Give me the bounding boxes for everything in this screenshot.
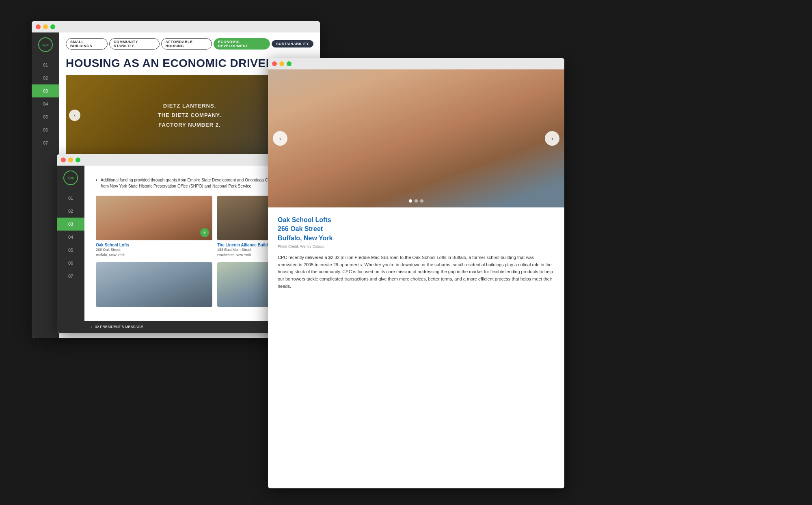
carousel-dot-2 bbox=[415, 199, 418, 203]
detail-carousel-next[interactable]: › bbox=[545, 131, 559, 146]
detail-property-street: 266 Oak Street bbox=[278, 224, 555, 233]
titlebar-right bbox=[268, 58, 564, 69]
property-card-3 bbox=[96, 262, 212, 307]
sidebar-item-02[interactable]: 02 bbox=[32, 71, 59, 84]
sidebar-item-01[interactable]: 01 bbox=[32, 58, 59, 71]
pill-economic-development[interactable]: ECONOMIC DEVELOPMENT bbox=[214, 38, 270, 50]
close-dot[interactable] bbox=[36, 24, 41, 29]
add-oak-btn[interactable]: + bbox=[200, 228, 209, 237]
detail-property-city: Buffalo, New York bbox=[278, 234, 555, 243]
maximize-dot[interactable] bbox=[50, 24, 55, 29]
sidebar-item-06[interactable]: 06 bbox=[32, 123, 59, 136]
carousel-dot-3 bbox=[420, 199, 423, 203]
pill-sustainability[interactable]: SUSTAINABILITY bbox=[272, 40, 313, 47]
oak-name: Oak School Lofts bbox=[96, 243, 212, 247]
sidebar-mid-06[interactable]: 06 bbox=[57, 257, 84, 270]
building-sign: DIETZ LANTERNS. THE DIETZ COMPANY. FACTO… bbox=[158, 101, 221, 129]
logo-back: cpc bbox=[38, 37, 53, 52]
nav-prev[interactable]: ‹ 02 PRESIDENT'S MESSAGE bbox=[91, 324, 143, 329]
prev-arrow-icon: ‹ bbox=[91, 324, 93, 329]
sidebar-item-05[interactable]: 05 bbox=[32, 110, 59, 123]
minimize-dot[interactable] bbox=[43, 24, 48, 29]
window-right: × ‹ › Oak School Lofts 266 Oak Street Bu… bbox=[268, 58, 564, 488]
pill-affordable-housing[interactable]: AFFORDABLE HOUSING bbox=[161, 38, 212, 50]
maximize-dot-mid[interactable] bbox=[76, 158, 80, 162]
logo-mid: cpc bbox=[63, 170, 78, 185]
hero-carousel-prev[interactable]: ‹ bbox=[69, 110, 80, 121]
sidebar-item-07[interactable]: 07 bbox=[32, 136, 59, 149]
right-content: × ‹ › Oak School Lofts 266 Oak Street Bu… bbox=[268, 69, 564, 298]
property-img-3 bbox=[96, 262, 212, 307]
sidebar-nav-back: 01 02 03 04 05 06 07 bbox=[32, 58, 59, 149]
carousel-dots bbox=[409, 199, 423, 203]
close-dot-right[interactable] bbox=[272, 61, 277, 66]
minimize-dot-right[interactable] bbox=[279, 61, 284, 66]
maximize-dot-right[interactable] bbox=[287, 61, 292, 66]
sidebar-mid-04[interactable]: 04 bbox=[57, 231, 84, 244]
detail-description: CPC recently delivered a $2.32 million F… bbox=[278, 254, 555, 290]
pill-community-stability[interactable]: COMMUNITY STABILITY bbox=[109, 38, 160, 50]
detail-photo-credit: Photo Credit: Wendy Colucci bbox=[278, 244, 555, 248]
sidebar-back: cpc 01 02 03 04 05 06 07 bbox=[32, 32, 59, 338]
minimize-dot-mid[interactable] bbox=[68, 158, 73, 162]
detail-carousel-prev[interactable]: ‹ bbox=[273, 131, 287, 146]
detail-info: Oak School Lofts 266 Oak Street Buffalo,… bbox=[268, 207, 564, 298]
property-img-oak: + bbox=[96, 196, 212, 240]
carousel-dot-1 bbox=[409, 199, 412, 203]
titlebar-back bbox=[32, 21, 320, 32]
sidebar-mid: cpc 01 02 03 04 05 06 07 bbox=[57, 166, 84, 333]
property-card-oak: + Oak School Lofts 266 Oak Street Buffal… bbox=[96, 196, 212, 257]
close-dot-mid[interactable] bbox=[61, 158, 66, 162]
sidebar-mid-03[interactable]: 03 bbox=[57, 218, 84, 231]
sidebar-item-03[interactable]: 03 bbox=[32, 84, 59, 97]
oak-city: Buffalo, New York bbox=[96, 252, 212, 258]
sidebar-item-04[interactable]: 04 bbox=[32, 97, 59, 110]
detail-image: ‹ › bbox=[268, 69, 564, 207]
nav-prev-label: 02 PRESIDENT'S MESSAGE bbox=[95, 325, 143, 329]
sidebar-mid-07[interactable]: 07 bbox=[57, 270, 84, 283]
sidebar-mid-02[interactable]: 02 bbox=[57, 205, 84, 218]
sidebar-mid-05[interactable]: 05 bbox=[57, 244, 84, 257]
nav-pills: SMALL BUILDINGS COMMUNITY STABILITY AFFO… bbox=[59, 32, 320, 54]
sidebar-nav-mid: 01 02 03 04 05 06 07 bbox=[57, 192, 84, 283]
detail-property-name: Oak School Lofts bbox=[278, 216, 555, 224]
sidebar-mid-01[interactable]: 01 bbox=[57, 192, 84, 205]
oak-street: 266 Oak Street bbox=[96, 247, 212, 252]
pill-small-buildings[interactable]: SMALL BUILDINGS bbox=[66, 38, 108, 50]
